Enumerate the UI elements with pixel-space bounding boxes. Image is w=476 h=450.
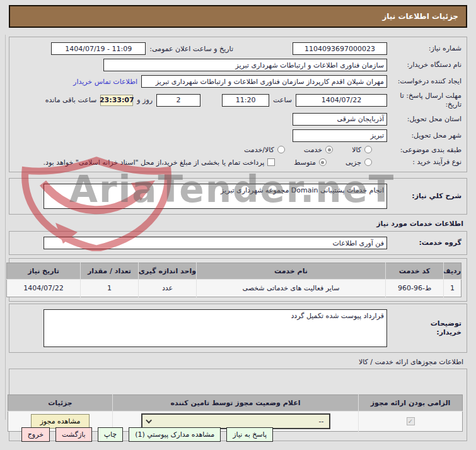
buyer-notes-textarea[interactable]: قرارداد پیوست شده تکمیل گردد bbox=[44, 309, 387, 347]
cell-service-name: سایر فعالیت های خدماتی شخصی bbox=[197, 280, 386, 297]
creator-row: ایجاد کننده درخواست: مهران شیلان اقدم کا… bbox=[13, 73, 463, 90]
province-row: استان محل تحویل: آذربایجان شرقی bbox=[13, 111, 463, 127]
process-option-partial[interactable]: جزیی bbox=[345, 158, 372, 167]
remaining-days-field[interactable]: 2 bbox=[156, 94, 200, 107]
col-quantity: تعداد / مقدار bbox=[81, 263, 139, 280]
view-license-button[interactable]: مشاهده مجوز bbox=[31, 414, 90, 429]
buyer-notes-label: توضیحات خریدار: bbox=[391, 319, 461, 337]
service-group-box: گروه خدمت: فن آوری اطلاعات bbox=[9, 231, 467, 255]
deadline-hour-label: ساعت bbox=[273, 96, 292, 104]
col-license-status: اعلام وضعیت مجوز توسط تامین کننده bbox=[113, 395, 359, 412]
col-service-code: کد خدمت bbox=[386, 263, 444, 280]
creator-field[interactable]: مهران شیلان اقدم کارپرداز سازمان فناوری … bbox=[141, 75, 387, 88]
radio-icon[interactable] bbox=[277, 146, 285, 153]
service-group-field[interactable]: فن آوری اطلاعات bbox=[44, 237, 387, 249]
exit-button[interactable]: خروج bbox=[21, 427, 50, 442]
licenses-table: الزامی بودن ارائه مجوز اعلام وضعیت مجوز … bbox=[8, 394, 463, 432]
col-service-name: نام خدمت bbox=[197, 263, 386, 280]
classification-row: طبقه بندی موضوعی: کالا خدمت کالا/خدمت bbox=[13, 144, 463, 157]
deadline-row: مهلت ارسال پاسخ: تا تاریخ: 1404/07/22 سا… bbox=[13, 90, 463, 111]
treasury-payment-checkbox[interactable]: پرداخت تمام یا بخشی از مبلغ خرید،از محل … bbox=[44, 158, 276, 167]
need-description-label: شرح کلي نیاز: bbox=[391, 192, 461, 201]
cell-service-code: ط-96-960 bbox=[386, 280, 444, 297]
licenses-table-header-row: الزامی بودن ارائه مجوز اعلام وضعیت مجوز … bbox=[8, 395, 463, 412]
page-title: جزئیات اطلاعات نیاز bbox=[382, 12, 458, 21]
need-details-page: { "colors": { "header_bg": "#96714b", "p… bbox=[0, 0, 476, 450]
services-table-box: ردیف کد خدمت نام خدمت واحد اندازه گیری ت… bbox=[9, 258, 467, 302]
frame-divider bbox=[5, 35, 6, 420]
checkbox-icon[interactable] bbox=[267, 158, 275, 166]
col-unit: واحد اندازه گیری bbox=[139, 263, 197, 280]
buyer-org-row: نام دستگاه خریدار: سازمان فناوری اطلاعات… bbox=[13, 57, 463, 73]
deadline-time-field[interactable]: 11:20 bbox=[222, 94, 269, 107]
radio-icon[interactable] bbox=[319, 158, 327, 166]
announce-label: تاریخ و ساعت اعلان عمومی: bbox=[149, 45, 233, 53]
province-field[interactable]: آذربایجان شرقی bbox=[293, 113, 387, 126]
service-group-label: گروه خدمت: bbox=[391, 239, 461, 247]
classification-option-goods-service[interactable]: کالا/خدمت bbox=[244, 146, 285, 154]
cell-row-number: 1 bbox=[444, 280, 461, 297]
need-description-box: شرح کلي نیاز: انجام خدمات پشتیبانی Domai… bbox=[9, 178, 467, 215]
licenses-section-heading: اطلاعات مجوزهای ارائه خدمت / کالا bbox=[9, 358, 463, 366]
col-license-details: جزئیات bbox=[8, 395, 113, 412]
need-description-textarea[interactable]: انجام خدمات پشتیبانی Domain مجموعه شهردا… bbox=[44, 184, 387, 209]
check-icon: ✓ bbox=[407, 417, 415, 425]
services-table: ردیف کد خدمت نام خدمت واحد اندازه گیری ت… bbox=[6, 263, 461, 297]
process-type-row: نوع فرآیند خرید : جزیی متوسط پرداخت تمام… bbox=[13, 156, 463, 169]
buyer-org-label: نام دستگاه خریدار: bbox=[391, 61, 461, 69]
buyer-contact-link[interactable]: اطلاعات تماس خریدار bbox=[73, 78, 137, 86]
radio-icon[interactable] bbox=[364, 146, 372, 153]
radio-icon[interactable] bbox=[364, 158, 372, 166]
city-field[interactable]: تبریز bbox=[293, 129, 387, 142]
page-title-bar: جزئیات اطلاعات نیاز bbox=[9, 5, 467, 28]
process-option-medium[interactable]: متوسط bbox=[294, 158, 327, 167]
announce-datetime-field[interactable]: 1404/07/19 - 11:09 bbox=[51, 42, 146, 55]
creator-label: ایجاد کننده درخواست: bbox=[391, 77, 461, 86]
city-label: شهر محل تحویل: bbox=[391, 131, 461, 140]
cell-need-date: 1404/07/22 bbox=[7, 280, 81, 297]
col-license-required: الزامی بودن ارائه مجوز bbox=[359, 395, 463, 412]
back-button[interactable]: بازگشت bbox=[55, 427, 92, 442]
footer-button-bar: پاسخ به نیاز مشاهده مدارک پیوستي (1) چاپ… bbox=[21, 427, 273, 442]
deadline-date-field[interactable]: 1404/07/22 bbox=[296, 94, 387, 107]
province-label: استان محل تحویل: bbox=[391, 115, 461, 124]
need-number-row: شماره نیاز: 1104093697000023 تاریخ و ساع… bbox=[13, 40, 463, 57]
radio-icon[interactable] bbox=[325, 146, 333, 153]
col-need-date: تاریخ نیاز bbox=[7, 263, 81, 280]
services-table-header-row: ردیف کد خدمت نام خدمت واحد اندازه گیری ت… bbox=[7, 263, 461, 280]
services-section-heading: اطلاعات خدمات مورد نیاز bbox=[9, 220, 463, 228]
cell-unit: عدد bbox=[139, 280, 197, 297]
remaining-time-countdown: 23:33:07 bbox=[100, 95, 133, 106]
view-attached-documents-button[interactable]: مشاهده مدارک پیوستي (1) bbox=[129, 427, 221, 442]
general-info-box: شماره نیاز: 1104093697000023 تاریخ و ساع… bbox=[9, 37, 467, 172]
buyer-notes-box: توضیحات خریدار: قرارداد پیوست شده تکمیل … bbox=[9, 304, 467, 353]
deadline-label: مهلت ارسال پاسخ: تا تاریخ: bbox=[391, 92, 461, 109]
select-value: -- bbox=[319, 417, 324, 425]
need-number-label: شماره نیاز: bbox=[391, 44, 461, 53]
service-group-row: گروه خدمت: فن آوری اطلاعات bbox=[13, 235, 463, 251]
classification-option-goods[interactable]: کالا bbox=[352, 146, 372, 154]
print-button[interactable]: چاپ bbox=[98, 427, 124, 442]
city-row: شهر محل تحویل: تبریز bbox=[13, 127, 463, 144]
chevron-down-icon bbox=[146, 417, 152, 423]
remaining-hours-label: ساعت باقی مانده bbox=[45, 96, 97, 104]
respond-to-need-button[interactable]: پاسخ به نیاز bbox=[226, 427, 273, 442]
need-number-field[interactable]: 1104093697000023 bbox=[293, 42, 387, 55]
buyer-org-field[interactable]: سازمان فناوری اطلاعات و ارتباطات شهرداری… bbox=[103, 59, 387, 71]
need-description-row: شرح کلي نیاز: انجام خدمات پشتیبانی Domai… bbox=[13, 182, 463, 211]
cell-quantity: 1 bbox=[81, 280, 139, 297]
process-type-label: نوع فرآیند خرید : bbox=[391, 158, 461, 167]
classification-option-service[interactable]: خدمت bbox=[304, 146, 333, 154]
classification-label: طبقه بندی موضوعی: bbox=[391, 146, 461, 155]
table-row: 1 ط-96-960 سایر فعالیت های خدماتی شخصی ع… bbox=[7, 280, 461, 297]
buyer-notes-row: توضیحات خریدار: قرارداد پیوست شده تکمیل … bbox=[13, 307, 463, 349]
cell-license-required: ✓ bbox=[359, 412, 463, 432]
col-row-number: ردیف bbox=[444, 263, 461, 280]
days-and-label: روز و bbox=[137, 96, 153, 104]
